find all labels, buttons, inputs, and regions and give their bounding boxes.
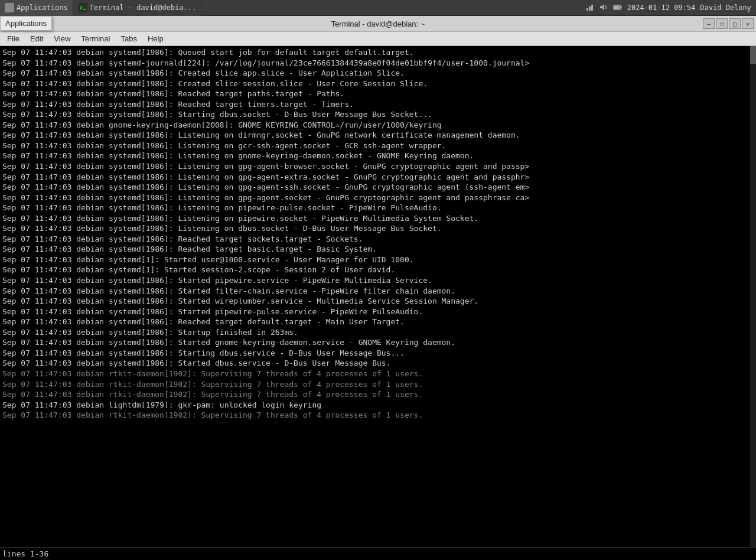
terminal-line: Sep 07 11:47:03 debian systemd[1986]: Re… [2,99,754,110]
terminal-output: Sep 07 11:47:03 debian systemd[1986]: Qu… [0,46,756,547]
svg-rect-8 [614,6,620,9]
status-bar: lines 1-36 [0,547,756,560]
menu-item-help[interactable]: Help [143,33,168,44]
battery-icon[interactable] [613,2,623,14]
svg-rect-3 [589,6,591,11]
minimize-button[interactable]: – [703,18,715,29]
volume-icon[interactable] [599,2,608,14]
terminal-line: Sep 07 11:47:03 debian systemd[1986]: Cr… [2,68,754,79]
terminal-line: Sep 07 11:47:03 debian systemd[1986]: St… [2,327,754,338]
terminal-line: Sep 07 11:47:03 debian systemd[1986]: St… [2,348,754,359]
terminal-line: Sep 07 11:47:03 debian systemd[1986]: Re… [2,317,754,327]
terminal-line: Sep 07 11:47:03 debian systemd[1]: Start… [2,255,754,265]
terminal-line: Sep 07 11:47:03 debian systemd[1986]: Li… [2,182,754,193]
terminal-line: Sep 07 11:47:03 debian systemd[1]: Start… [2,265,754,275]
titlebar: Terminal - david@debian: ~ – ❐ □ ✕ [0,16,756,32]
svg-rect-4 [591,5,593,11]
taskbar-applications[interactable]: Applications [0,0,73,16]
status-text: lines 1-36 [2,549,48,558]
terminal-line: Sep 07 11:47:03 debian systemd[1986]: Li… [2,130,754,141]
terminal-line: Sep 07 11:47:03 debian gnome-keyring-dae… [2,120,754,131]
terminal-line: Sep 07 11:47:03 debian systemd[1986]: St… [2,296,754,307]
scrollbar[interactable] [750,46,756,547]
network-icon[interactable] [585,2,594,14]
maximize-button[interactable]: □ [729,18,741,29]
terminal-line: Sep 07 11:47:03 debian rtkit-daemon[1902… [2,369,754,379]
terminal-line: Sep 07 11:47:03 debian rtkit-daemon[1902… [2,379,754,390]
terminal-line: Sep 07 11:47:03 debian systemd[1986]: Qu… [2,47,754,58]
menu-item-file[interactable]: File [2,33,24,44]
terminal-line: Sep 07 11:47:03 debian rtkit-daemon[1902… [2,389,754,400]
restore-button[interactable]: ❐ [716,18,728,29]
terminal-line: Sep 07 11:47:03 debian systemd[1986]: Li… [2,203,754,213]
terminal-line: Sep 07 11:47:03 debian systemd[1986]: Re… [2,89,754,99]
terminal-line: Sep 07 11:47:03 debian rtkit-daemon[1902… [2,410,754,421]
taskbar: Applications Terminal - david@debia... 2… [0,0,756,16]
terminal-line: Sep 07 11:47:03 debian systemd[1986]: St… [2,337,754,348]
terminal-line: Sep 07 11:47:03 debian systemd[1986]: Re… [2,244,754,255]
terminal-line: Sep 07 11:47:03 debian systemd[1986]: Li… [2,223,754,234]
applications-label: Applications [5,19,47,28]
menu-item-edit[interactable]: Edit [25,33,48,44]
taskbar-terminal[interactable]: Terminal - david@debia... [73,0,202,16]
svg-rect-2 [586,8,588,11]
terminal-line: Sep 07 11:47:03 debian systemd[1986]: Re… [2,234,754,245]
window-controls: – ❐ □ ✕ [703,18,754,29]
taskbar-terminal-label: Terminal - david@debia... [90,4,197,12]
terminal-line: Sep 07 11:47:03 debian systemd[1986]: St… [2,286,754,297]
terminal-window: Terminal - david@debian: ~ – ❐ □ ✕ Appli… [0,16,756,560]
datetime: 2024-01-12 09:54 [627,4,696,12]
terminal-line: Sep 07 11:47:03 debian systemd[1986]: St… [2,275,754,286]
terminal-line: Sep 07 11:47:03 debian lightdm[1979]: gk… [2,400,754,411]
terminal-line: Sep 07 11:47:03 debian systemd[1986]: Li… [2,193,754,203]
terminal-line: Sep 07 11:47:03 debian systemd[1986]: Li… [2,213,754,224]
applications-icon [5,3,14,12]
terminal-line: Sep 07 11:47:03 debian systemd[1986]: Li… [2,141,754,151]
taskbar-app-label: Applications [17,4,68,12]
terminal-line: Sep 07 11:47:03 debian systemd[1986]: Cr… [2,79,754,89]
svg-rect-7 [621,6,622,8]
close-button[interactable]: ✕ [742,18,754,29]
terminal-taskbar-icon [78,3,87,12]
menu-item-view[interactable]: View [49,33,75,44]
terminal-line: Sep 07 11:47:03 debian systemd-journald[… [2,58,754,69]
system-tray: 2024-01-12 09:54 David Delony [580,2,756,14]
menu-item-tabs[interactable]: Tabs [116,33,141,44]
menubar: FileEditViewTerminalTabsHelp [0,32,756,46]
terminal-line: Sep 07 11:47:03 debian systemd[1986]: St… [2,109,754,120]
applications-dropdown[interactable]: Applications [0,16,52,31]
terminal-line: Sep 07 11:47:03 debian systemd[1986]: St… [2,307,754,317]
terminal-line: Sep 07 11:47:03 debian systemd[1986]: Li… [2,151,754,161]
window-title: Terminal - david@debian: ~ [331,19,425,28]
svg-marker-5 [600,4,604,10]
terminal-line: Sep 07 11:47:03 debian systemd[1986]: St… [2,358,754,369]
terminal-line: Sep 07 11:47:03 debian systemd[1986]: Li… [2,161,754,172]
terminal-lines: Sep 07 11:47:03 debian systemd[1986]: Qu… [2,47,754,421]
username: David Delony [700,4,751,12]
terminal-line: Sep 07 11:47:03 debian systemd[1986]: Li… [2,172,754,183]
menu-item-terminal[interactable]: Terminal [76,33,115,44]
scrollbar-thumb[interactable] [750,46,756,64]
